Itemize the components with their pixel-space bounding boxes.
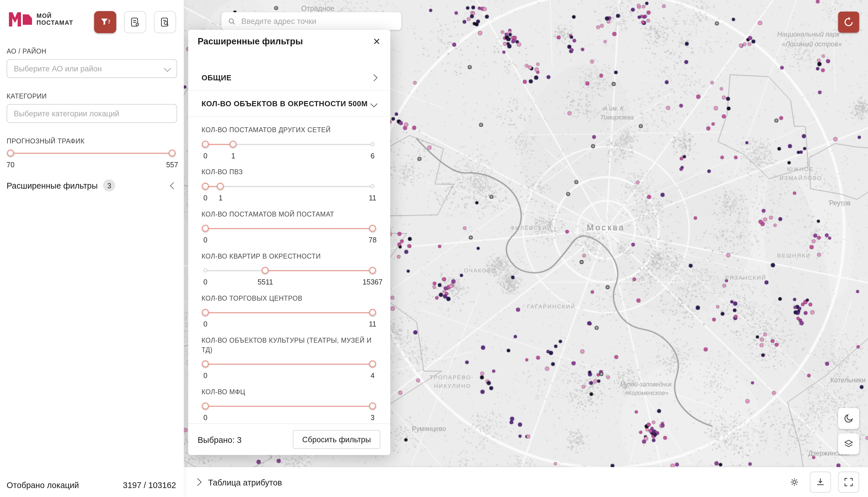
filter-slider-group: КОЛ-ВО ОБЪЕКТОВ КУЛЬТУРЫ (ТЕАТРЫ, МУЗЕЙ …	[202, 336, 376, 380]
traffic-range-slider: 70557	[6, 150, 176, 176]
range-slider[interactable]	[205, 141, 373, 148]
range-slider[interactable]	[205, 402, 373, 410]
filter-slider-group: КОЛ-ВО ТОРГОВЫХ ЦЕНТРОВ011	[202, 294, 376, 329]
recenter-button[interactable]	[838, 12, 859, 32]
address-search[interactable]	[222, 12, 401, 30]
map-label: А им. К.	[603, 105, 625, 112]
search-icon	[227, 16, 237, 26]
map-label: НИКУЛИНО	[434, 383, 471, 389]
range-slider[interactable]	[205, 267, 373, 275]
slider-label: КОЛ-ВО ОБЪЕКТОВ КУЛЬТУРЫ (ТЕАТРЫ, МУЗЕЙ …	[202, 336, 376, 355]
chevron-down-icon	[370, 100, 377, 107]
slider-handle[interactable]	[229, 141, 237, 148]
slider-values: 03	[205, 413, 373, 423]
reset-filters-button[interactable]: Сбросить фильтры	[293, 430, 381, 449]
range-slider[interactable]	[205, 225, 373, 232]
map-label: Реутов	[829, 199, 851, 207]
advanced-filters-modal: Расширенные фильтры × ОБЩИЕ КОЛ-ВО ОБЪЕК…	[188, 30, 390, 455]
brand-logo-icon	[9, 12, 32, 27]
range-slider[interactable]	[205, 309, 373, 317]
slider-handle[interactable]	[7, 150, 14, 157]
expand-table-icon[interactable]	[194, 478, 202, 486]
slider-value: 0	[203, 152, 207, 160]
slider-handle[interactable]	[202, 183, 209, 190]
filter-slider-group: КОЛ-ВО ПВЗ0111	[202, 168, 376, 202]
settings-button[interactable]	[786, 472, 803, 493]
traffic-label: ПРОГНОЗНЫЙ ТРАФИК	[6, 137, 84, 145]
district-select[interactable]	[6, 59, 177, 78]
slider-value: 70	[6, 160, 15, 169]
map-label: ИЗМАЙЛОВО	[779, 175, 822, 181]
download-button[interactable]	[810, 472, 831, 493]
filters-count-badge: 3	[103, 180, 115, 191]
modal-title: Расширенные фильтры	[198, 37, 303, 47]
selected-locations-label: Отобрано локаций	[6, 480, 79, 490]
slider-values: 0551115367	[205, 278, 373, 287]
logo: МОЙ ПОСТАМАТ	[9, 12, 73, 27]
slider-handle[interactable]	[202, 141, 209, 148]
slider-handle[interactable]	[369, 225, 376, 232]
range-slider[interactable]	[11, 150, 172, 157]
categories-select-input[interactable]	[6, 104, 177, 123]
dark-mode-button[interactable]	[838, 408, 859, 429]
slider-handle[interactable]	[202, 225, 209, 232]
modal-footer: Выбрано: 3 Сбросить фильтры	[188, 423, 390, 455]
advanced-filters-toggle[interactable]: Расширенные фильтры 3	[6, 180, 176, 191]
chevron-right-icon	[370, 74, 377, 81]
map-label: «Коломенское»	[624, 389, 668, 396]
slider-handle[interactable]	[202, 402, 209, 410]
section-objects-500m-label: КОЛ-ВО ОБЪЕКТОВ В ОКРЕСТНОСТИ 500М	[202, 99, 368, 108]
slider-handle[interactable]	[369, 360, 376, 367]
slider-handle[interactable]	[217, 183, 224, 190]
range-slider[interactable]	[205, 183, 373, 190]
slider-label: КОЛ-ВО МФЦ	[202, 387, 376, 397]
map-label: Тимирязева	[600, 114, 634, 120]
slider-value: 11	[369, 320, 376, 328]
slider-handle[interactable]	[369, 267, 376, 274]
slider-label: КОЛ-ВО КВАРТИР В ОКРЕСТНОСТИ	[202, 252, 376, 261]
slider-values: 70557	[11, 160, 172, 169]
address-search-input[interactable]	[240, 16, 396, 26]
attribute-table-label[interactable]: Таблица атрибутов	[208, 478, 282, 487]
map-area[interactable]: ОтрадноеНациональный парк«Лосиный остров…	[184, 0, 868, 467]
map-label: ОЧАКОВО	[464, 267, 497, 273]
slider-value: 0	[203, 320, 207, 328]
categories-select[interactable]	[6, 104, 177, 123]
filter-slider-group: КОЛ-ВО КВАРТИР В ОКРЕСТНОСТИ0551115367	[202, 252, 376, 287]
map-label: Музей-заповедник	[620, 381, 672, 387]
map-label: ТРОПАРЁВО-	[430, 374, 474, 380]
slider-endcap	[371, 142, 374, 146]
section-objects-500m[interactable]: КОЛ-ВО ОБЪЕКТОВ В ОКРЕСТНОСТИ 500М	[188, 91, 390, 117]
filter-slider-group: КОЛ-ВО МФЦ03	[202, 387, 376, 423]
slider-handle[interactable]	[202, 309, 209, 316]
sidebar: МОЙ ПОСТАМАТ АО / РАЙОН КАТЕГОРИИ ПРОГНО…	[0, 0, 184, 497]
download-icon	[815, 477, 826, 487]
layers-button[interactable]	[838, 434, 859, 454]
slider-label: КОЛ-ВО ТОРГОВЫХ ЦЕНТРОВ	[202, 294, 376, 303]
section-general[interactable]: ОБЩИЕ	[188, 65, 390, 91]
range-slider[interactable]	[205, 360, 373, 368]
fullscreen-button[interactable]	[838, 472, 859, 493]
filters-tool-button[interactable]	[94, 11, 116, 33]
slider-handle[interactable]	[202, 360, 209, 367]
collapse-panel-icon	[170, 182, 177, 189]
attribute-search-button[interactable]	[154, 11, 176, 33]
gear-icon	[789, 477, 800, 487]
close-button[interactable]: ×	[371, 36, 382, 47]
slider-label: КОЛ-ВО ПОСТАМАТОВ МОЙ ПОСТАМАТ	[202, 210, 376, 219]
filter-slider-group: 70557	[6, 150, 176, 169]
report-settings-button[interactable]	[124, 11, 146, 33]
slider-value: 1	[218, 194, 223, 202]
slider-handle[interactable]	[369, 309, 376, 316]
document-gear-icon	[129, 16, 141, 28]
slider-handle[interactable]	[369, 402, 376, 410]
slider-handle[interactable]	[262, 267, 269, 274]
slider-value: 5511	[257, 278, 273, 286]
slider-handle[interactable]	[169, 150, 176, 157]
advanced-filters-label: Расширенные фильтры	[6, 181, 98, 190]
bottom-bar-actions	[786, 472, 859, 493]
slider-values: 078	[205, 236, 373, 245]
district-label: АО / РАЙОН	[6, 47, 46, 55]
map-label: ЮЖНОЕ	[787, 166, 814, 172]
district-select-input[interactable]	[6, 59, 177, 78]
